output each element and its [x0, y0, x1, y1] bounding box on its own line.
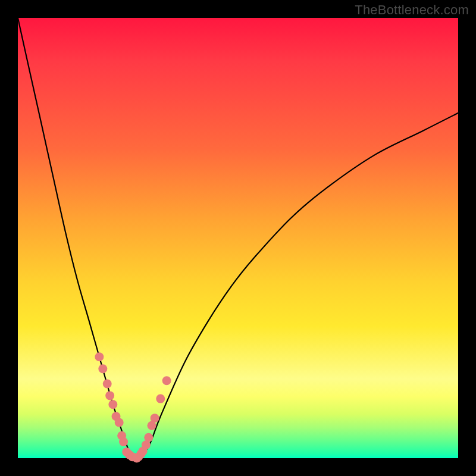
marker-dot	[105, 391, 114, 400]
marker-dot	[144, 433, 153, 442]
marker-dot	[156, 394, 165, 403]
marker-dot	[119, 437, 128, 446]
bottleneck-curve	[18, 18, 458, 459]
marker-dot	[98, 364, 107, 373]
marker-dot	[115, 418, 124, 427]
bottleneck-curve-svg	[18, 18, 458, 458]
marker-dot	[103, 379, 112, 388]
marker-dots-group	[95, 352, 171, 462]
marker-dot	[151, 414, 159, 422]
watermark-text: TheBottleneck.com	[355, 2, 469, 18]
marker-dot	[108, 400, 117, 409]
chart-frame: TheBottleneck.com	[0, 0, 476, 476]
marker-dot	[95, 352, 104, 361]
plot-area	[18, 18, 458, 458]
curve-group	[18, 18, 458, 459]
marker-dot	[162, 376, 171, 385]
